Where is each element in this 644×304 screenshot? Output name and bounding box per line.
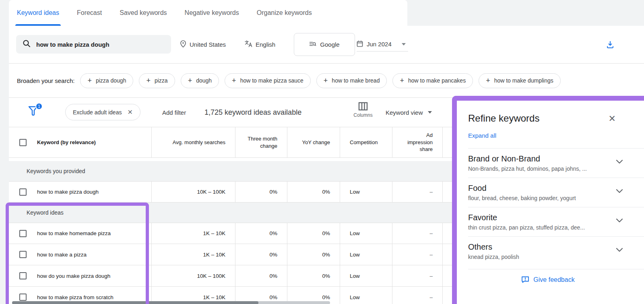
keyword-planner-page: Keyword ideas Forecast Saved keywords Ne…: [0, 0, 644, 304]
refine-section-food[interactable]: Food flour, bread, cheese, baking powder…: [468, 178, 644, 207]
translate-icon: [245, 40, 252, 49]
three-month-cell: 0%: [235, 223, 287, 244]
add-filter-button[interactable]: Add filter: [162, 98, 186, 127]
keyword-cell: how to make pizza dough: [9, 182, 152, 202]
feedback-icon: [521, 276, 529, 283]
close-icon[interactable]: ✕: [609, 114, 616, 123]
refine-keywords-panel-highlight: Refine keywords ✕ Expand all Brand or No…: [452, 96, 644, 304]
ad-share-cell: –: [392, 223, 443, 244]
header-yoy-change[interactable]: YoY change: [287, 127, 340, 157]
keyword-cell: how to make homemade pizza: [9, 223, 152, 244]
yoy-cell: 0%: [287, 265, 340, 286]
refine-sections: Brand or Non-Brand Non-Brands, pizza hut…: [468, 148, 644, 266]
row-checkbox[interactable]: [19, 272, 27, 279]
ad-share-cell: –: [392, 287, 443, 304]
section-title: Favorite: [468, 213, 618, 222]
broaden-chip-dumplings[interactable]: +how to make dumplings: [479, 73, 561, 88]
plus-icon: +: [188, 77, 192, 84]
tab-keyword-ideas[interactable]: Keyword ideas: [17, 0, 59, 26]
refine-section-favorite[interactable]: Favorite thin crust pizza, pan pizza, st…: [468, 207, 644, 236]
filter-button[interactable]: 1: [27, 104, 42, 120]
chip-label: how to make pancakes: [408, 77, 466, 84]
header-ad-impression-share[interactable]: Ad impression share: [392, 127, 443, 157]
location-label: United States: [190, 41, 226, 48]
avg-searches-cell: 10K – 100K: [152, 182, 235, 202]
columns-label: Columns: [353, 112, 372, 118]
horizontal-scrollbar[interactable]: [12, 301, 330, 304]
keyword-cell: how do you make pizza dough: [9, 265, 152, 286]
tab-label: Organize keywords: [257, 9, 312, 17]
section-subtitle: knead pizza, poolish: [468, 254, 618, 260]
yoy-cell: 0%: [287, 182, 340, 202]
tab-negative-keywords[interactable]: Negative keywords: [185, 0, 239, 26]
keyword-view-dropdown[interactable]: Keyword view: [386, 98, 432, 127]
give-feedback-button[interactable]: Give feedback: [521, 276, 574, 283]
competition-cell: Low: [340, 265, 392, 286]
broaden-chip-pizza-dough[interactable]: +pizza dough: [80, 73, 133, 88]
keyword-search-box[interactable]: [16, 35, 171, 54]
three-month-cell: 0%: [235, 244, 287, 265]
broaden-label: Broaden your search:: [17, 77, 74, 84]
add-filter-label: Add filter: [162, 109, 186, 116]
refine-keywords-panel: Refine keywords ✕ Expand all Brand or No…: [457, 101, 644, 304]
chevron-down-icon[interactable]: [616, 246, 623, 254]
tab-label: Forecast: [77, 9, 102, 17]
plus-icon: +: [146, 77, 151, 84]
header-keyword[interactable]: Keyword (by relevance): [9, 127, 152, 157]
tab-saved-keywords[interactable]: Saved keywords: [120, 0, 167, 26]
ad-share-cell: –: [392, 182, 443, 202]
date-range-label: Jun 2024: [367, 41, 392, 48]
download-button[interactable]: [605, 39, 616, 50]
row-checkbox[interactable]: [19, 294, 27, 301]
row-checkbox[interactable]: [19, 188, 27, 196]
ad-share-cell: –: [392, 265, 443, 286]
avg-searches-cell: 10K – 100K: [152, 265, 235, 286]
header-competition[interactable]: Competition: [340, 127, 392, 157]
three-month-cell: 0%: [235, 265, 287, 286]
broaden-chip-pizza[interactable]: +pizza: [139, 73, 175, 88]
location-selector[interactable]: United States: [180, 26, 226, 63]
three-month-cell: 0%: [235, 182, 287, 202]
date-range-selector[interactable]: Jun 2024: [357, 37, 408, 52]
competition-cell: Low: [340, 182, 392, 202]
refine-section-brand[interactable]: Brand or Non-Brand Non-Brands, pizza hut…: [468, 148, 644, 178]
feedback-label: Give feedback: [533, 276, 574, 283]
broaden-chip-dough[interactable]: +dough: [181, 73, 219, 88]
section-title: Food: [468, 184, 618, 193]
calendar-icon: [357, 40, 363, 48]
view-label: Keyword view: [386, 109, 423, 116]
exclude-adult-ideas-chip[interactable]: Exclude adult ideas ✕: [65, 104, 140, 120]
section-title: Others: [468, 242, 618, 252]
chevron-down-icon[interactable]: [616, 158, 623, 165]
tab-forecast[interactable]: Forecast: [77, 0, 102, 26]
tab-organize-keywords[interactable]: Organize keywords: [257, 0, 312, 26]
tab-label: Saved keywords: [120, 9, 167, 17]
plus-icon: +: [87, 77, 92, 84]
search-input[interactable]: [36, 41, 165, 48]
competition-cell: Low: [340, 287, 392, 304]
broaden-chip-pizza-sauce[interactable]: +how to make pizza sauce: [225, 73, 311, 88]
scrollbar-thumb[interactable]: [12, 301, 258, 304]
avg-searches-cell: 1K – 10K: [152, 223, 235, 244]
tab-label: Keyword ideas: [17, 9, 59, 17]
broaden-chip-pancakes[interactable]: +how to make pancakes: [392, 73, 473, 88]
row-checkbox[interactable]: [19, 230, 27, 237]
header-avg-searches[interactable]: Avg. monthly searches: [152, 127, 235, 157]
network-selector[interactable]: Google: [294, 33, 355, 56]
search-networks-icon: [309, 41, 316, 48]
broaden-chip-bread[interactable]: +how to make bread: [316, 73, 387, 88]
chevron-down-icon: [402, 43, 406, 45]
row-checkbox[interactable]: [19, 251, 27, 258]
refine-section-others[interactable]: Others knead pizza, poolish: [468, 236, 644, 266]
chevron-down-icon[interactable]: [616, 188, 623, 195]
select-all-checkbox[interactable]: [19, 139, 27, 146]
ideas-available-count: 1,725 keyword ideas available: [204, 98, 301, 127]
close-icon[interactable]: ✕: [127, 108, 132, 116]
expand-all-link[interactable]: Expand all: [468, 132, 496, 139]
plus-icon: +: [486, 77, 490, 84]
header-three-month-change[interactable]: Three month change: [235, 127, 287, 157]
columns-button[interactable]: Columns: [349, 102, 377, 118]
language-selector[interactable]: English: [245, 26, 275, 63]
language-label: English: [256, 41, 275, 48]
chevron-down-icon[interactable]: [616, 217, 623, 224]
